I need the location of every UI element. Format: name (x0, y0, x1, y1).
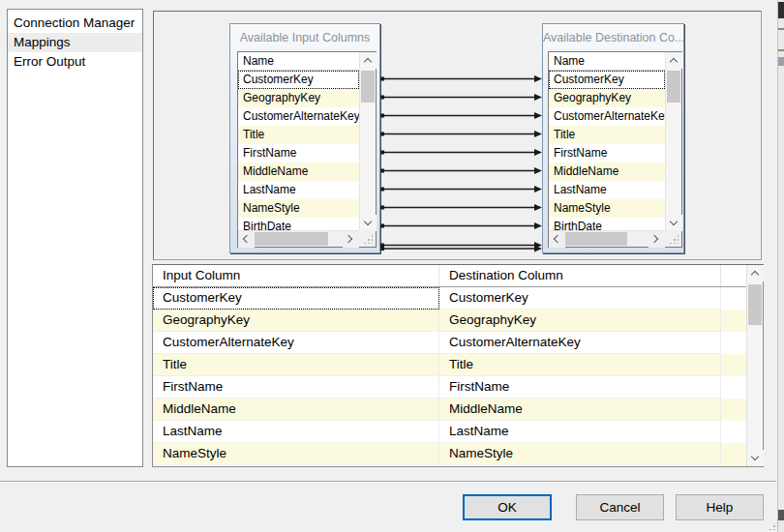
separator (0, 481, 776, 483)
box-title: Available Destination Co... (543, 31, 683, 44)
scroll-up-icon[interactable] (360, 52, 377, 69)
sidebar-item-mappings[interactable]: Mappings (8, 33, 142, 52)
grid-cell-input[interactable]: GeographyKey (153, 310, 439, 332)
grid-cell-input[interactable]: MiddleName (153, 399, 439, 421)
column-item-title[interactable]: Title (238, 126, 359, 144)
column-item-title[interactable]: Title (549, 126, 665, 144)
column-item-birthdate[interactable]: BirthDate (238, 218, 359, 231)
scroll-thumb[interactable] (748, 284, 762, 325)
grid-header-destination-column: Destination Column (439, 265, 721, 286)
background-window-strip (777, 0, 784, 532)
grid-cell-input[interactable]: LastName (153, 421, 439, 443)
grid-cell-input[interactable]: NameStyle (153, 443, 439, 465)
available-destination-columns-box[interactable]: Available Destination Co... Name Custome… (542, 23, 684, 253)
sidebar-item-connection-manager[interactable]: Connection Manager (8, 14, 142, 33)
available-input-columns-box[interactable]: Available Input Columns Name CustomerKey… (229, 23, 380, 253)
column-item-firstname[interactable]: FirstName (238, 144, 359, 163)
mapping-connector[interactable] (380, 149, 542, 156)
column-item-birthdate[interactable]: BirthDate (549, 218, 665, 231)
grid-row-namestyle: NameStyleNameStyle (153, 443, 746, 465)
vertical-scrollbar[interactable] (665, 52, 681, 231)
scroll-left-icon[interactable] (549, 231, 565, 248)
grid-cell-destination[interactable]: NameStyle (439, 443, 721, 465)
mapping-connector[interactable] (380, 75, 542, 82)
scroll-corner (665, 230, 681, 247)
list-header-name: Name (549, 52, 665, 71)
column-item-customerkey[interactable]: CustomerKey (238, 71, 359, 89)
grid-header-input-column: Input Column (153, 265, 439, 286)
mapping-connector[interactable] (380, 246, 542, 252)
dialog-resize-grip-icon[interactable] (767, 518, 778, 530)
grid-row-geographykey: GeographyKeyGeographyKey (153, 310, 746, 332)
grid-row-title: TitleTitle (153, 354, 746, 376)
grid-row-firstname: FirstNameFirstName (153, 376, 746, 399)
scroll-right-icon[interactable] (343, 231, 359, 248)
grid-cell-destination[interactable]: LastName (439, 421, 721, 443)
grid-cell-destination[interactable]: Title (439, 354, 721, 376)
cancel-button[interactable]: Cancel (576, 494, 664, 520)
sidebar-item-error-output[interactable]: Error Output (8, 52, 142, 72)
column-item-firstname[interactable]: FirstName (549, 144, 665, 163)
grid-cell-input[interactable]: CustomerKey (153, 287, 439, 310)
grid-cell-input[interactable]: CustomerAlternateKey (153, 332, 439, 354)
mapping-connector[interactable] (380, 167, 542, 174)
scroll-corner (359, 230, 376, 247)
column-item-lastname[interactable]: LastName (549, 181, 665, 199)
column-item-geographykey[interactable]: GeographyKey (549, 89, 665, 107)
grid-cell-destination[interactable]: FirstName (439, 376, 721, 399)
mapping-connector[interactable] (380, 94, 542, 101)
scroll-up-icon[interactable] (747, 265, 764, 281)
grid-row-customerkey: CustomerKeyCustomerKey (153, 287, 746, 310)
column-item-customeralternatekey[interactable]: CustomerAlternateKey (238, 107, 359, 126)
help-button[interactable]: Help (676, 494, 764, 520)
scroll-up-icon[interactable] (666, 52, 682, 69)
mapping-connector[interactable] (380, 242, 542, 249)
mapping-connectors (380, 12, 542, 259)
scroll-thumb[interactable] (255, 232, 328, 246)
horizontal-scrollbar[interactable] (238, 230, 359, 247)
mapping-grid: Input Column Destination Column Customer… (152, 264, 764, 467)
column-item-customerkey[interactable]: CustomerKey (549, 71, 665, 89)
column-item-middlename[interactable]: MiddleName (238, 163, 359, 181)
mapping-connector[interactable] (380, 186, 542, 192)
scroll-down-icon[interactable] (747, 450, 764, 466)
column-item-geographykey[interactable]: GeographyKey (238, 89, 359, 107)
resize-grip-icon[interactable] (670, 235, 678, 244)
grid-cell-destination[interactable]: MiddleName (439, 399, 721, 421)
grid-row-lastname: LastNameLastName (153, 421, 746, 443)
mapping-connector[interactable] (380, 222, 542, 229)
scroll-thumb[interactable] (565, 232, 627, 246)
column-item-lastname[interactable]: LastName (238, 181, 359, 199)
mapping-connector[interactable] (380, 204, 542, 211)
column-item-namestyle[interactable]: NameStyle (549, 199, 665, 218)
column-item-namestyle[interactable]: NameStyle (238, 199, 359, 218)
ok-button[interactable]: OK (463, 494, 552, 520)
horizontal-scrollbar[interactable] (549, 230, 665, 247)
pages-list: Connection ManagerMappingsError Output (7, 9, 143, 467)
mapping-designer: Available Input Columns Name CustomerKey… (153, 11, 762, 260)
grid-row-customeralternatekey: CustomerAlternateKeyCustomerAlternateKey (153, 332, 746, 354)
column-item-customeralternatekey[interactable]: CustomerAlternateKey (549, 107, 665, 126)
grid-row-middlename: MiddleNameMiddleName (153, 399, 746, 421)
vertical-scrollbar[interactable] (359, 52, 376, 231)
resize-grip-icon[interactable] (364, 235, 373, 244)
mapping-connector[interactable] (380, 112, 542, 119)
grid-vertical-scrollbar[interactable] (746, 265, 763, 466)
grid-cell-destination[interactable]: GeographyKey (439, 310, 721, 332)
grid-cell-destination[interactable]: CustomerKey (439, 287, 721, 310)
scroll-right-icon[interactable] (648, 231, 665, 248)
scroll-thumb[interactable] (667, 71, 680, 103)
grid-cell-destination[interactable]: CustomerAlternateKey (439, 332, 721, 354)
scroll-left-icon[interactable] (238, 231, 255, 248)
input-columns-rows: CustomerKeyGeographyKeyCustomerAlternate… (238, 71, 359, 231)
mapping-connector[interactable] (380, 131, 542, 137)
grid-cell-input[interactable]: FirstName (153, 376, 439, 399)
scroll-down-icon[interactable] (360, 215, 377, 231)
grid-cell-input[interactable]: Title (153, 354, 439, 376)
input-columns-list: Name CustomerKeyGeographyKeyCustomerAlte… (237, 51, 377, 248)
scroll-down-icon[interactable] (666, 215, 682, 231)
column-item-middlename[interactable]: MiddleName (549, 163, 665, 181)
destination-columns-list: Name CustomerKeyGeographyKeyCustomerAlte… (548, 51, 682, 248)
scroll-thumb[interactable] (361, 71, 375, 103)
destination-columns-rows: CustomerKeyGeographyKeyCustomerAlternate… (549, 71, 665, 231)
